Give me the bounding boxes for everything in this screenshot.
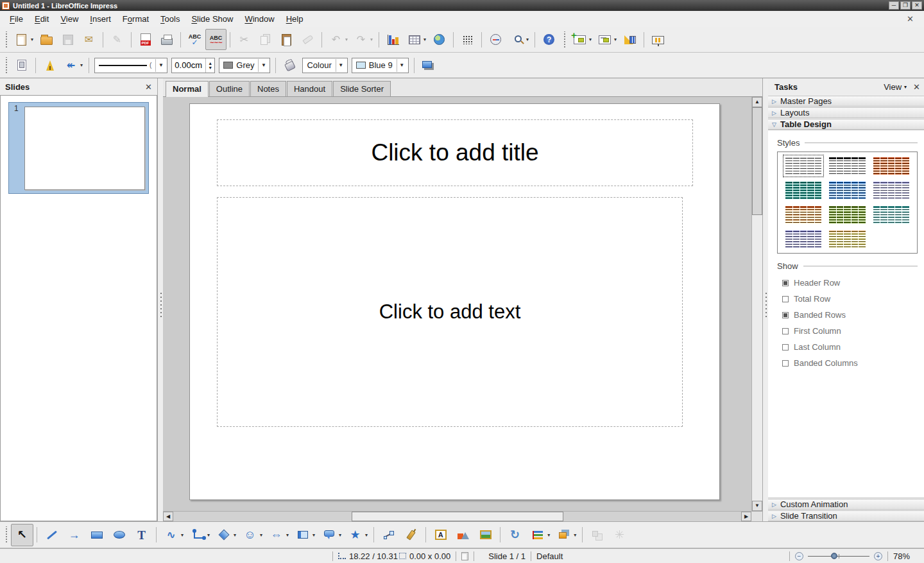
tab-outline[interactable]: Outline — [209, 81, 250, 96]
export-pdf-button[interactable] — [135, 29, 156, 50]
close-button[interactable]: ✕ — [912, 1, 922, 10]
fill-style-button[interactable] — [279, 55, 300, 76]
title-placeholder[interactable]: Click to add title — [217, 119, 693, 186]
section-table-design[interactable]: ▽Table Design — [768, 119, 924, 130]
basic-shapes-button[interactable]: ▾ — [212, 524, 239, 546]
tab-normal[interactable]: Normal — [166, 81, 209, 97]
block-arrows-button[interactable]: ⇔▾ — [265, 524, 291, 546]
dropdown-arrow-icon[interactable]: ▾ — [207, 532, 210, 538]
zoom-level[interactable]: 78% — [893, 551, 920, 561]
table-style-green[interactable] — [829, 206, 865, 223]
dropdown-arrow-icon[interactable]: ▾ — [345, 37, 348, 42]
stepper-arrows[interactable]: ▲▼ — [205, 58, 214, 73]
dropdown-arrow-icon[interactable]: ▾ — [589, 37, 592, 42]
tab-slide-sorter[interactable]: Slide Sorter — [333, 81, 391, 96]
gallery-button[interactable] — [452, 524, 474, 546]
spellcheck-button[interactable]: ABC✓ — [184, 29, 205, 50]
arrange-button[interactable]: ▾ — [552, 524, 579, 546]
dropdown-arrow-icon[interactable]: ▾ — [526, 37, 529, 42]
section-slide-transition[interactable]: ▷Slide Transition — [768, 510, 924, 521]
line-width-input[interactable] — [172, 58, 205, 73]
fill-color-select[interactable]: Blue 9 ▼ — [352, 58, 409, 73]
hyperlink-button[interactable] — [429, 29, 450, 50]
checkbox-row-last-column[interactable]: Last Column — [777, 339, 918, 355]
table-style-cyan[interactable] — [873, 206, 909, 223]
align-button[interactable]: ▾ — [526, 524, 552, 546]
workspace[interactable]: Click to add title Click to add text — [163, 97, 751, 511]
clone-formatting-button[interactable] — [297, 29, 318, 50]
tab-notes[interactable]: Notes — [250, 81, 286, 96]
table-style-teal[interactable] — [785, 182, 821, 199]
scroll-right-icon[interactable]: ▶ — [741, 512, 751, 521]
menu-item-edit[interactable]: Edit — [29, 12, 55, 26]
new-document-button[interactable]: ▾ — [11, 29, 36, 50]
dropdown-arrow-icon[interactable]: ▾ — [339, 532, 341, 538]
text-placeholder[interactable]: Click to add text — [217, 197, 683, 427]
zoom-button[interactable]: ▾ — [506, 29, 531, 50]
insert-image-button[interactable] — [474, 524, 497, 546]
panel-splitter[interactable] — [763, 78, 768, 521]
line-width-stepper[interactable]: ▲▼ — [171, 58, 215, 73]
slide-thumbnail[interactable]: 1 — [8, 102, 149, 194]
symbol-shapes-button[interactable]: ☺▾ — [239, 524, 265, 546]
checkbox-row-header-row[interactable]: Header Row — [777, 275, 918, 291]
menu-item-slide-show[interactable]: Slide Show — [185, 12, 239, 26]
dropdown-arrow-icon[interactable]: ▾ — [574, 532, 576, 538]
panel-splitter[interactable] — [158, 78, 163, 521]
table-style-orange[interactable] — [873, 157, 909, 175]
toolbar-drag-handle[interactable] — [3, 526, 9, 543]
slide-master-name[interactable]: Default — [536, 551, 563, 561]
flowchart-button[interactable]: ▾ — [291, 524, 318, 546]
menu-item-window[interactable]: Window — [239, 12, 280, 26]
arrow-button[interactable]: → — [63, 524, 85, 546]
open-button[interactable] — [36, 29, 57, 50]
table-style-blue[interactable] — [829, 182, 865, 199]
checkbox-icon[interactable] — [782, 312, 789, 318]
checkbox-icon[interactable] — [782, 360, 789, 367]
checkbox-row-banded-rows[interactable]: Banded Rows — [777, 307, 918, 323]
redo-button[interactable]: ↷▾ — [350, 29, 375, 50]
scroll-up-icon[interactable]: ▲ — [752, 97, 762, 107]
dropdown-arrow-icon[interactable]: ▾ — [286, 532, 289, 538]
horizontal-scrollbar[interactable]: ◀ ▶ — [163, 511, 762, 521]
autospellcheck-button[interactable]: ABC∼∼∼ — [205, 29, 227, 50]
interaction-button[interactable]: ✳ — [608, 524, 631, 546]
dropdown-arrow-icon[interactable]: ▾ — [424, 37, 426, 42]
fill-type-select[interactable]: Colour ▼ — [302, 58, 347, 73]
cut-button[interactable]: ✂ — [234, 29, 255, 50]
help-button[interactable]: ? — [538, 29, 560, 50]
checkbox-row-first-column[interactable]: First Column — [777, 323, 918, 339]
menu-item-tools[interactable]: Tools — [155, 12, 185, 26]
styles-window-button[interactable] — [11, 55, 32, 76]
table-style-lavender[interactable] — [873, 182, 909, 199]
chevron-down-icon[interactable]: ▾ — [904, 84, 907, 90]
dropdown-arrow-icon[interactable]: ▾ — [181, 532, 184, 538]
checkbox-icon[interactable] — [782, 296, 789, 302]
dropdown-arrow-icon[interactable]: ▾ — [31, 37, 33, 42]
table-style-sunset[interactable] — [785, 206, 821, 223]
section-layouts[interactable]: ▷Layouts — [768, 107, 924, 118]
tab-handout[interactable]: Handout — [287, 81, 332, 96]
email-button[interactable]: ✉ — [78, 29, 99, 50]
close-icon[interactable]: ✕ — [913, 82, 920, 92]
start-presentation-button[interactable] — [647, 29, 669, 50]
close-icon[interactable]: ✕ — [145, 82, 152, 92]
callouts-button[interactable]: ▾ — [318, 524, 344, 546]
line-color-select[interactable]: Grey ▼ — [219, 58, 270, 73]
slide-design-button[interactable] — [619, 29, 640, 50]
vertical-scrollbar[interactable]: ▲ ▼ — [751, 97, 762, 511]
navigator-button[interactable] — [485, 29, 506, 50]
new-slide-button[interactable]: ▾ — [569, 29, 594, 50]
arrow-style-button[interactable]: ↞▾ — [60, 55, 85, 76]
toolbar-drag-handle[interactable] — [3, 31, 9, 48]
text-button[interactable]: T — [130, 524, 153, 546]
vertical-scrollbar-thumb[interactable] — [752, 107, 762, 215]
edit-points-button[interactable] — [39, 55, 60, 76]
table-style-yellow[interactable] — [829, 230, 865, 248]
slide-layout-button[interactable]: ▾ — [594, 29, 619, 50]
horizontal-scrollbar-thumb[interactable] — [352, 512, 563, 521]
scroll-left-icon[interactable]: ◀ — [163, 512, 173, 521]
copy-button[interactable] — [255, 29, 276, 50]
restore-button[interactable]: ❐ — [900, 1, 911, 10]
section-custom-animation[interactable]: ▷Custom Animation — [768, 499, 924, 510]
